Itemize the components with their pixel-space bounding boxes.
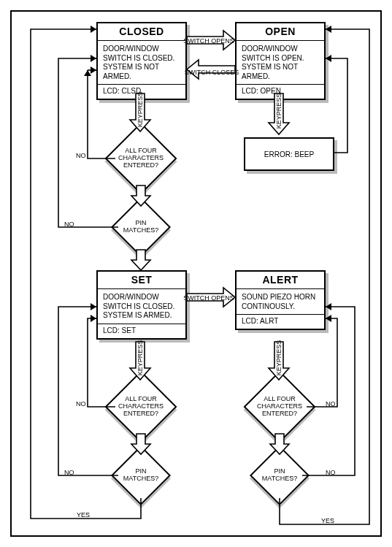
label-no-4: NO [64, 469, 74, 476]
label-yes-3: YES [139, 437, 146, 450]
label-yes-6: YES [321, 517, 334, 524]
state-alert-title: ALERT [237, 272, 324, 289]
decision-alert-allfour-label: ALL FOUR CHARACTERS ENTERED? [254, 381, 305, 432]
state-open-body: DOOR/WINDOW SWITCH IS OPEN. SYSTEM IS NO… [237, 41, 324, 84]
state-set: SET DOOR/WINDOW SWITCH IS CLOSED. SYSTEM… [96, 270, 187, 340]
state-open-lcd: LCD: OPEN [237, 84, 324, 99]
error-box: ERROR: BEEP [244, 137, 334, 171]
state-alert: ALERT SOUND PIEZO HORN CONTINOUSLY. LCD:… [235, 270, 326, 330]
label-no-6: NO [326, 469, 336, 476]
label-no-5: NO [326, 400, 336, 408]
label-no-2: NO [64, 221, 74, 228]
state-closed-body: DOOR/WINDOW SWITCH IS CLOSED. SYSTEM IS … [98, 41, 185, 84]
state-open: OPEN DOOR/WINDOW SWITCH IS OPEN. SYSTEM … [235, 22, 326, 100]
diagram-frame [10, 10, 382, 537]
state-set-body: DOOR/WINDOW SWITCH IS CLOSED. SYSTEM IS … [98, 289, 185, 324]
label-no-3: NO [76, 400, 86, 408]
label-yes-2: YES [139, 253, 146, 266]
label-yes-1: YES [139, 188, 146, 202]
state-set-title: SET [98, 272, 185, 289]
label-yes-5: YES [277, 437, 285, 450]
decision-set-pin-label: PIN MATCHES? [120, 454, 162, 497]
decision-closed-pin-label: PIN MATCHES? [120, 206, 162, 248]
decision-set-allfour-label: ALL FOUR CHARACTERS ENTERED? [115, 381, 166, 432]
state-closed-lcd: LCD: CLSD [98, 84, 185, 99]
state-set-lcd: LCD: SET [98, 324, 185, 338]
decision-alert-pin: PIN MATCHES? [258, 454, 301, 497]
decision-set-pin: PIN MATCHES? [120, 454, 162, 497]
decision-set-allfour: ALL FOUR CHARACTERS ENTERED? [115, 381, 166, 432]
label-no-1: NO [76, 152, 86, 159]
state-alert-body: SOUND PIEZO HORN CONTINOUSLY. [237, 289, 324, 314]
state-open-title: OPEN [237, 23, 324, 41]
state-closed-title: CLOSED [98, 23, 185, 41]
decision-closed-allfour: ALL FOUR CHARACTERS ENTERED? [115, 133, 166, 184]
state-alert-lcd: LCD: ALRT [237, 314, 324, 329]
decision-closed-pin: PIN MATCHES? [120, 206, 162, 248]
decision-closed-allfour-label: ALL FOUR CHARACTERS ENTERED? [115, 133, 166, 184]
decision-alert-pin-label: PIN MATCHES? [258, 454, 301, 497]
label-yes-4: YES [77, 511, 90, 519]
state-closed: CLOSED DOOR/WINDOW SWITCH IS CLOSED. SYS… [96, 22, 187, 100]
decision-alert-allfour: ALL FOUR CHARACTERS ENTERED? [254, 381, 305, 432]
error-label: ERROR: BEEP [264, 150, 314, 158]
